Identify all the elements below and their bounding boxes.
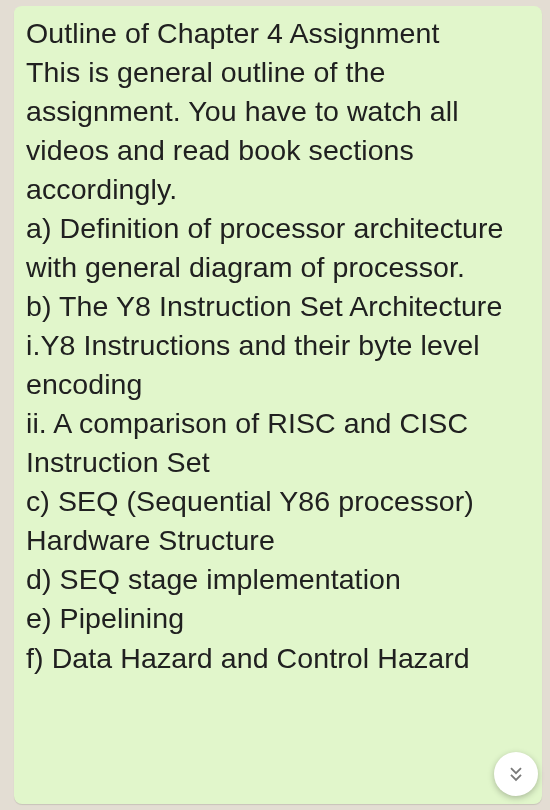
incoming-message-bubble[interactable]: Outline of Chapter 4 Assignment This is …: [14, 6, 542, 804]
message-line: i.Y8 Instructions and their byte level e…: [26, 326, 530, 404]
message-line: ii. A comparison of RISC and CISC Instru…: [26, 404, 530, 482]
message-line: b) The Y8 Instruction Set Architecture: [26, 287, 530, 326]
scroll-to-bottom-button[interactable]: [494, 752, 538, 796]
message-line: f) Data Hazard and Control Hazard: [26, 639, 530, 678]
chevrons-down-icon: [506, 764, 526, 784]
message-line: d) SEQ stage implementation: [26, 560, 530, 599]
message-line: This is general outline of the assignmen…: [26, 53, 530, 209]
message-line: c) SEQ (Sequential Y86 processor) Hardwa…: [26, 482, 530, 560]
message-line: a) Definition of processor architecture …: [26, 209, 530, 287]
message-text: Outline of Chapter 4 Assignment This is …: [26, 14, 530, 678]
message-line: Outline of Chapter 4 Assignment: [26, 14, 530, 53]
message-line: e) Pipelining: [26, 599, 530, 638]
chat-background: Outline of Chapter 4 Assignment This is …: [0, 0, 550, 810]
